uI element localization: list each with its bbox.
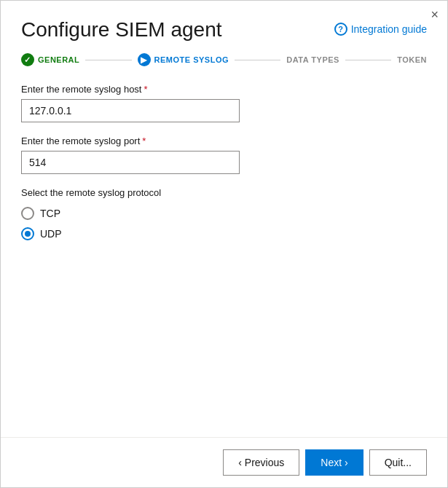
integration-guide-label: Integration guide	[351, 23, 427, 35]
step-remote-syslog-label: REMOTE SYSLOG	[154, 55, 229, 64]
radio-tcp[interactable]: TCP	[21, 207, 427, 220]
step-general-label: GENERAL	[38, 55, 79, 64]
next-button[interactable]: Next ›	[305, 449, 363, 476]
quit-button[interactable]: Quit...	[369, 449, 427, 476]
step-line-3	[345, 60, 391, 60]
protocol-field-group: Select the remote syslog protocol TCP UD…	[21, 187, 427, 240]
host-field-group: Enter the remote syslog host*	[21, 84, 427, 122]
radio-udp-label: UDP	[40, 228, 62, 240]
dialog-footer: ‹ Previous Next › Quit...	[1, 437, 447, 487]
previous-button[interactable]: ‹ Previous	[223, 449, 299, 476]
step-line-1	[85, 60, 131, 60]
step-remote-syslog-icon: ▶	[138, 53, 151, 66]
dialog-title: Configure SIEM agent	[21, 18, 222, 42]
step-token-label: TOKEN	[397, 55, 427, 64]
radio-udp-btn	[21, 227, 34, 240]
step-data-types-label: DATA TYPES	[286, 55, 339, 64]
integration-guide-icon: ?	[334, 23, 347, 36]
step-remote-syslog: ▶ REMOTE SYSLOG	[138, 53, 229, 66]
port-label: Enter the remote syslog port*	[21, 135, 427, 146]
host-input[interactable]	[21, 99, 240, 122]
steps-bar: ✓ GENERAL ▶ REMOTE SYSLOG DATA TYPES TOK…	[1, 53, 447, 66]
port-input[interactable]	[21, 151, 240, 174]
radio-udp[interactable]: UDP	[21, 227, 427, 240]
configure-siem-dialog: × Configure SIEM agent ? Integration gui…	[0, 0, 448, 488]
radio-udp-inner	[25, 231, 31, 237]
radio-tcp-btn	[21, 207, 34, 220]
integration-guide-link[interactable]: ? Integration guide	[334, 18, 427, 36]
port-required-star: *	[142, 135, 146, 146]
step-data-types: DATA TYPES	[286, 55, 339, 64]
host-required-star: *	[144, 84, 147, 95]
dialog-header: Configure SIEM agent ? Integration guide	[1, 1, 447, 53]
form-area: Enter the remote syslog host* Enter the …	[1, 84, 447, 437]
host-label: Enter the remote syslog host*	[21, 84, 427, 95]
step-token: TOKEN	[397, 55, 427, 64]
step-line-2	[235, 60, 280, 60]
close-button[interactable]: ×	[431, 8, 439, 21]
port-field-group: Enter the remote syslog port*	[21, 135, 427, 174]
step-general: ✓ GENERAL	[21, 53, 79, 66]
protocol-label: Select the remote syslog protocol	[21, 187, 427, 198]
radio-tcp-label: TCP	[40, 208, 60, 219]
step-general-icon: ✓	[21, 53, 34, 66]
